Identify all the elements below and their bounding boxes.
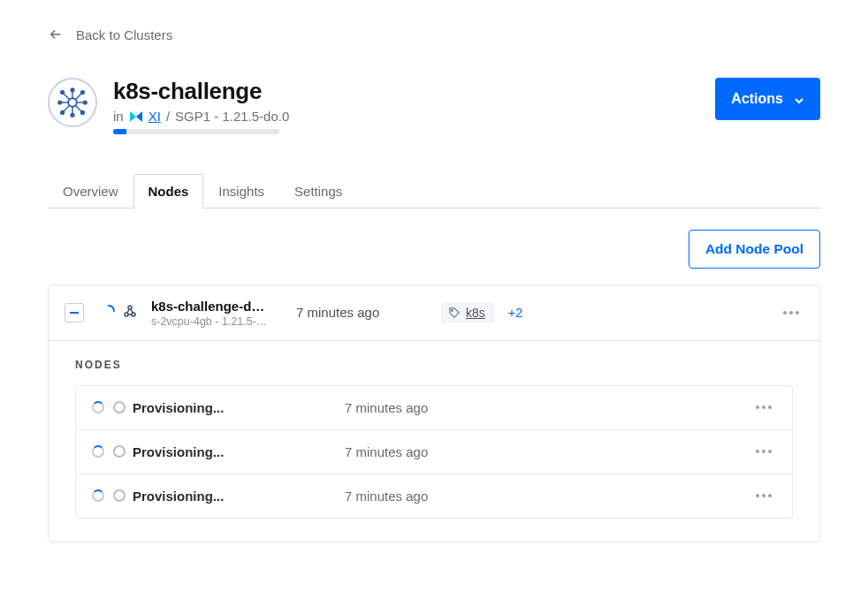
node-time: 7 minutes ago: [345, 444, 751, 459]
cluster-subline: in XI / SGP1 - 1.21.5-do.0: [113, 109, 289, 124]
empty-status-icon: [113, 401, 126, 413]
svg-point-12: [61, 111, 65, 115]
region-version: SGP1 - 1.21.5-do.0: [175, 109, 289, 124]
tag-label: k8s: [466, 306, 485, 320]
svg-point-14: [58, 101, 62, 104]
project-link[interactable]: XI: [148, 109, 161, 124]
node-row: Provisioning... 7 minutes ago: [76, 429, 792, 474]
svg-point-0: [68, 98, 77, 107]
tab-settings[interactable]: Settings: [279, 174, 357, 208]
node-row: Provisioning... 7 minutes ago: [76, 386, 792, 429]
node-name: Provisioning...: [133, 400, 345, 415]
provision-progress: [113, 129, 279, 134]
svg-point-4: [81, 91, 85, 95]
add-node-pool-button[interactable]: Add Node Pool: [689, 230, 820, 269]
pool-name: k8s-challenge-d…: [151, 298, 275, 315]
actions-label: Actions: [731, 91, 783, 107]
nodes-heading: NODES: [75, 359, 793, 371]
nodes-icon: [123, 304, 137, 322]
svg-line-3: [75, 94, 81, 100]
pool-subtitle: s-2vcpu-4gb - 1.21.5-…: [151, 315, 275, 328]
node-menu-button[interactable]: [751, 450, 776, 453]
spinner-icon: [92, 445, 104, 458]
cluster-title: k8s-challenge: [113, 78, 289, 105]
pool-time: 7 minutes ago: [296, 305, 429, 320]
back-to-clusters-link[interactable]: Back to Clusters: [48, 27, 820, 42]
loading-icon: [102, 304, 116, 322]
nodes-list: Provisioning... 7 minutes ago Provisioni…: [75, 385, 793, 519]
chevron-down-icon: [794, 94, 804, 104]
svg-line-11: [64, 105, 70, 111]
node-pool-card: k8s-challenge-d… s-2vcpu-4gb - 1.21.5-… …: [48, 284, 820, 542]
tag-more[interactable]: +2: [508, 306, 523, 320]
collapse-toggle[interactable]: [65, 303, 84, 322]
svg-point-18: [125, 313, 128, 316]
tab-nodes[interactable]: Nodes: [133, 174, 204, 208]
node-name: Provisioning...: [133, 489, 345, 504]
node-time: 7 minutes ago: [345, 489, 751, 504]
tab-overview[interactable]: Overview: [48, 174, 133, 208]
back-link-label: Back to Clusters: [76, 27, 172, 42]
svg-point-6: [83, 101, 87, 104]
tab-insights[interactable]: Insights: [203, 174, 279, 208]
node-menu-button[interactable]: [751, 494, 776, 497]
empty-status-icon: [113, 489, 126, 502]
tag-icon: [448, 307, 461, 319]
tab-bar: Overview Nodes Insights Settings: [48, 173, 820, 208]
svg-point-17: [128, 306, 132, 309]
node-row: Provisioning... 7 minutes ago: [76, 474, 792, 518]
arrow-left-icon: [48, 27, 64, 42]
node-name: Provisioning...: [133, 444, 345, 459]
node-time: 7 minutes ago: [345, 400, 751, 415]
spinner-icon: [92, 401, 104, 413]
svg-line-15: [64, 94, 70, 100]
spinner-icon: [92, 489, 104, 502]
node-menu-button[interactable]: [751, 406, 776, 409]
project-icon: [129, 110, 143, 124]
tag-pill[interactable]: k8s: [441, 302, 494, 323]
svg-point-20: [452, 309, 453, 311]
actions-button[interactable]: Actions: [715, 78, 820, 120]
empty-status-icon: [113, 445, 126, 458]
svg-point-16: [61, 91, 65, 95]
svg-point-8: [81, 111, 85, 115]
cluster-icon: [48, 78, 97, 127]
svg-point-10: [71, 113, 74, 117]
pool-menu-button[interactable]: [779, 311, 803, 315]
svg-line-7: [75, 105, 81, 111]
svg-point-19: [132, 313, 135, 316]
svg-point-2: [71, 88, 74, 92]
